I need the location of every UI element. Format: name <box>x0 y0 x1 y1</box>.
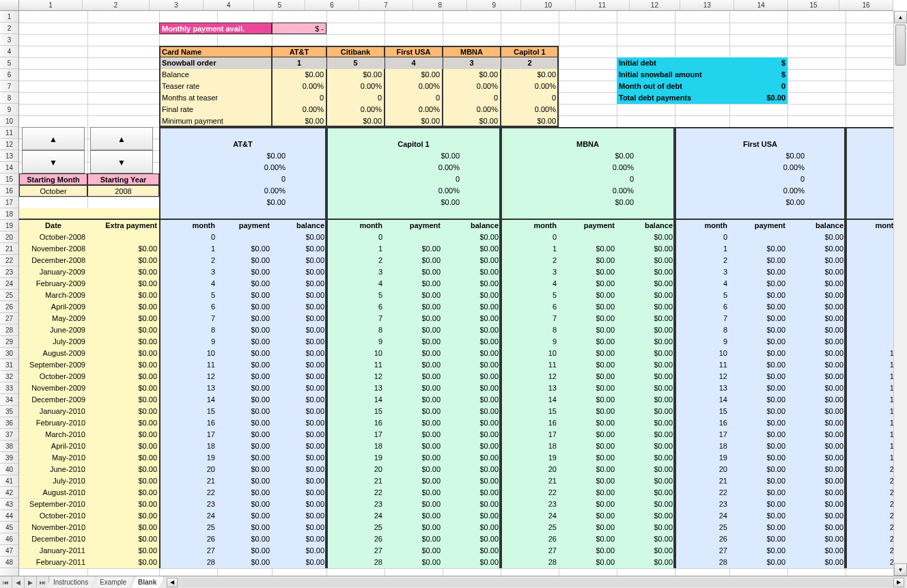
month-cell-2-28[interactable]: 28 <box>501 557 559 568</box>
pay-cell-2-24[interactable]: $0.00 <box>559 510 617 522</box>
pay-cell-3-12[interactable]: $0.00 <box>729 371 787 382</box>
bal-cell-3-21[interactable]: $0.00 <box>787 475 846 487</box>
pay-cell-3-13[interactable]: $0.00 <box>729 382 787 394</box>
date-cell-15[interactable]: January-2010 <box>19 406 87 417</box>
starting-month-value[interactable]: October <box>19 185 87 197</box>
scroll-down-button[interactable]: ▼ <box>894 563 907 576</box>
pay-cell-1-22[interactable]: $0.00 <box>385 487 443 499</box>
month-cell-1-17[interactable]: 17 <box>326 429 385 440</box>
month-cell-1-13[interactable]: 13 <box>326 382 385 394</box>
bal-cell-2-12[interactable]: $0.00 <box>617 371 675 382</box>
extra-cell-9[interactable]: $0.00 <box>87 336 159 348</box>
date-cell-20[interactable]: June-2010 <box>19 464 87 475</box>
month-cell-3-1[interactable]: 1 <box>675 243 729 255</box>
month-cell-1-11[interactable]: 11 <box>326 359 385 371</box>
month-cell-3-27[interactable]: 27 <box>675 545 729 557</box>
month-cell-1-27[interactable]: 27 <box>326 545 385 557</box>
pay-cell-3-24[interactable]: $0.00 <box>729 510 787 522</box>
pay-cell-1-11[interactable]: $0.00 <box>385 359 443 371</box>
month-cell-5-17[interactable]: 17 <box>846 429 893 440</box>
summary-val-4-1[interactable]: $0.00 <box>326 115 385 127</box>
pay-cell-2-7[interactable]: $0.00 <box>559 313 617 324</box>
pay-cell-0-12[interactable]: $0.00 <box>217 371 272 382</box>
pay-cell-0-4[interactable]: $0.00 <box>217 278 272 290</box>
summary-val-2-0[interactable]: 0 <box>272 92 326 104</box>
pay-cell-2-6[interactable]: $0.00 <box>559 301 617 313</box>
spreadsheet-grid[interactable]: Monthly payment avail.$ -Card NameAT&TCi… <box>19 11 893 576</box>
month-cell-5-11[interactable]: 11 <box>846 359 893 371</box>
row-header-19[interactable]: 19 <box>0 220 18 232</box>
bal-cell-2-24[interactable]: $0.00 <box>617 510 675 522</box>
pay-cell-1-16[interactable]: $0.00 <box>385 417 443 429</box>
month-cell-0-13[interactable]: 13 <box>159 382 217 394</box>
month-cell-0-20[interactable]: 20 <box>159 464 217 475</box>
date-cell-23[interactable]: September-2010 <box>19 499 87 510</box>
month-cell-1-10[interactable]: 10 <box>326 348 385 359</box>
bal-cell-2-22[interactable]: $0.00 <box>617 487 675 499</box>
extra-cell-7[interactable]: $0.00 <box>87 313 159 324</box>
month-cell-1-9[interactable]: 9 <box>326 336 385 348</box>
row-header-17[interactable]: 17 <box>0 197 18 208</box>
col-header-11[interactable]: 11 <box>576 0 630 10</box>
pay-cell-1-12[interactable]: $0.00 <box>385 371 443 382</box>
month-cell-3-21[interactable]: 21 <box>675 475 729 487</box>
summary-val-3-3[interactable]: 0.00% <box>443 104 501 115</box>
bal-cell-2-19[interactable]: $0.00 <box>617 452 675 464</box>
month-cell-2-27[interactable]: 27 <box>501 545 559 557</box>
bal-cell-3-3[interactable]: $0.00 <box>787 266 846 278</box>
summary-val-0-2[interactable]: $0.00 <box>385 69 443 81</box>
starting-year-value[interactable]: 2008 <box>87 185 159 197</box>
horizontal-scrollbar[interactable]: ◀ ▶ <box>167 578 904 587</box>
pay-cell-3-3[interactable]: $0.00 <box>729 266 787 278</box>
col-header-15[interactable]: 15 <box>788 0 839 10</box>
pay-cell-3-1[interactable]: $0.00 <box>729 243 787 255</box>
pay-cell-3-16[interactable]: $0.00 <box>729 417 787 429</box>
month-cell-0-5[interactable]: 5 <box>159 290 217 301</box>
bal-cell-1-2[interactable]: $0.00 <box>443 255 501 266</box>
row-header-26[interactable]: 26 <box>0 301 18 313</box>
tab-instructions[interactable]: Instructions <box>46 576 96 589</box>
extra-cell-20[interactable]: $0.00 <box>87 464 159 475</box>
pay-cell-2-15[interactable]: $0.00 <box>559 406 617 417</box>
date-cell-11[interactable]: September-2009 <box>19 359 87 371</box>
month-cell-1-5[interactable]: 5 <box>326 290 385 301</box>
row-header-21[interactable]: 21 <box>0 243 18 255</box>
col-header-4[interactable]: 4 <box>204 0 254 10</box>
bal-cell-1-3[interactable]: $0.00 <box>443 266 501 278</box>
extra-cell-10[interactable]: $0.00 <box>87 348 159 359</box>
month-cell-3-6[interactable]: 6 <box>675 301 729 313</box>
col-header-5[interactable]: 5 <box>254 0 305 10</box>
month-cell-0-7[interactable]: 7 <box>159 313 217 324</box>
bal-cell-3-9[interactable]: $0.00 <box>787 336 846 348</box>
summary-val-4-4[interactable]: $0.00 <box>501 115 559 127</box>
date-cell-25[interactable]: November-2010 <box>19 522 87 533</box>
row-header-12[interactable]: 12 <box>0 139 18 150</box>
pay-cell-3-26[interactable]: $0.00 <box>729 533 787 545</box>
month-cell-5-15[interactable]: 15 <box>846 406 893 417</box>
bal-cell-0-1[interactable]: $0.00 <box>272 243 326 255</box>
month-cell-0-1[interactable]: 1 <box>159 243 217 255</box>
pay-cell-2-26[interactable]: $0.00 <box>559 533 617 545</box>
snowball-order-0[interactable]: 1 <box>272 57 326 69</box>
month-cell-5-21[interactable]: 21 <box>846 475 893 487</box>
bal-cell-0-27[interactable]: $0.00 <box>272 545 326 557</box>
row-header-7[interactable]: 7 <box>0 81 18 92</box>
date-cell-17[interactable]: March-2010 <box>19 429 87 440</box>
extra-cell-4[interactable]: $0.00 <box>87 278 159 290</box>
bal-cell-1-5[interactable]: $0.00 <box>443 290 501 301</box>
month-cell-0-3[interactable]: 3 <box>159 266 217 278</box>
bal-cell-1-7[interactable]: $0.00 <box>443 313 501 324</box>
pay-cell-2-2[interactable]: $0.00 <box>559 255 617 266</box>
month-cell-2-24[interactable]: 24 <box>501 510 559 522</box>
bal-cell-0-18[interactable]: $0.00 <box>272 440 326 452</box>
bal-cell-3-15[interactable]: $0.00 <box>787 406 846 417</box>
bal-cell-1-23[interactable]: $0.00 <box>443 499 501 510</box>
date-cell-24[interactable]: October-2010 <box>19 510 87 522</box>
bal-cell-2-6[interactable]: $0.00 <box>617 301 675 313</box>
extra-cell-21[interactable]: $0.00 <box>87 475 159 487</box>
month-cell-2-3[interactable]: 3 <box>501 266 559 278</box>
bal-cell-1-16[interactable]: $0.00 <box>443 417 501 429</box>
month-cell-5-1[interactable]: 1 <box>846 243 893 255</box>
month-cell-2-2[interactable]: 2 <box>501 255 559 266</box>
month-cell-1-3[interactable]: 3 <box>326 266 385 278</box>
